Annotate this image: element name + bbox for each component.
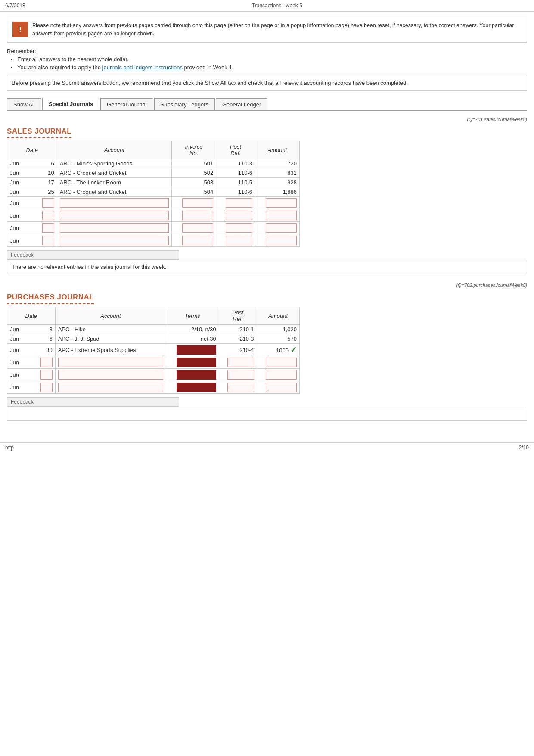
sales-day-input-5[interactable]: [42, 211, 54, 220]
sales-day-7: [36, 234, 57, 247]
sales-invoice-input-4[interactable]: [182, 198, 213, 208]
sales-invoice-5[interactable]: [172, 209, 216, 222]
purchases-post-3[interactable]: [219, 356, 257, 369]
purchases-account-3[interactable]: [55, 356, 166, 369]
sales-q-ref: (Q=701.salesJournalWeek5): [7, 117, 527, 122]
purchases-account-4[interactable]: [55, 369, 166, 381]
sales-row-2: Jun 17 ARC - The Locker Room 503 110-5 9…: [7, 178, 300, 187]
purchases-month-5: Jun: [7, 381, 35, 394]
sales-post-4[interactable]: [216, 197, 255, 209]
purchases-day-input-4[interactable]: [40, 370, 53, 380]
sales-invoice-4[interactable]: [172, 197, 216, 209]
sales-invoice-input-6[interactable]: [182, 223, 213, 233]
sales-post-6[interactable]: [216, 222, 255, 234]
sales-feedback-label: Feedback: [7, 250, 179, 260]
sales-invoice-input-5[interactable]: [182, 211, 213, 220]
sales-day-input-4[interactable]: [42, 198, 54, 208]
purchases-amount-0: 1,020: [257, 325, 299, 334]
purchases-post-input-5[interactable]: [227, 383, 254, 392]
tab-special-journals[interactable]: Special Journals: [42, 98, 99, 110]
purchases-day-input-5[interactable]: [40, 383, 53, 392]
tab-general-ledger[interactable]: General Ledger: [216, 98, 267, 110]
sales-account-6[interactable]: [57, 222, 172, 234]
sales-post-7[interactable]: [216, 234, 255, 247]
sales-amount-input-4[interactable]: [266, 198, 297, 208]
purchases-terms-input-2[interactable]: [177, 345, 216, 355]
purchases-account-5[interactable]: [55, 381, 166, 394]
purchases-month-3: Jun: [7, 356, 35, 369]
tab-show-all[interactable]: Show All: [7, 98, 41, 110]
sales-invoice-input-7[interactable]: [182, 236, 213, 245]
sales-amount-6[interactable]: [255, 222, 299, 234]
purchases-post-input-4[interactable]: [227, 370, 254, 380]
purchases-post-input-3[interactable]: [227, 358, 254, 367]
sales-account-input-4[interactable]: [60, 198, 169, 208]
purchases-day-5: [35, 381, 55, 394]
purchases-col-account: Account: [55, 307, 166, 325]
purchases-journal-table: Date Account Terms PostRef. Amount Jun 3…: [7, 307, 300, 394]
purchases-terms-5[interactable]: [166, 381, 219, 394]
sales-post-input-5[interactable]: [226, 211, 252, 220]
sales-amount-input-6[interactable]: [266, 223, 297, 233]
purchases-post-5[interactable]: [219, 381, 257, 394]
tab-general-journal[interactable]: General Journal: [100, 98, 153, 110]
purchases-row-5: Jun: [7, 381, 300, 394]
purchases-terms-input-4[interactable]: [177, 370, 216, 380]
sales-post-input-4[interactable]: [226, 198, 252, 208]
sales-day-input-6[interactable]: [42, 223, 54, 233]
purchases-month-2: Jun: [7, 344, 35, 356]
sales-invoice-6[interactable]: [172, 222, 216, 234]
sales-month-3: Jun: [7, 187, 36, 197]
purchases-account-input-3[interactable]: [58, 358, 163, 367]
sales-amount-4[interactable]: [255, 197, 299, 209]
purchases-amount-5[interactable]: [257, 381, 299, 394]
purchases-terms-3[interactable]: [166, 356, 219, 369]
purchases-row-4: Jun: [7, 369, 300, 381]
purchases-amount-4[interactable]: [257, 369, 299, 381]
purchases-amount-input-3[interactable]: [266, 358, 297, 367]
purchases-journal-section: (Q=702.purchasesJournalWeek5) PURCHASES …: [7, 283, 527, 421]
sales-month-5: Jun: [7, 209, 36, 222]
sales-day-6: [36, 222, 57, 234]
sales-amount-input-5[interactable]: [266, 211, 297, 220]
sales-amount-2: 928: [255, 178, 299, 187]
sales-account-5[interactable]: [57, 209, 172, 222]
remember-item-2: You are also required to apply the journ…: [17, 64, 527, 71]
purchases-row-2: Jun 30 APC - Extreme Sports Supplies 210…: [7, 344, 300, 356]
purchases-amount-1: 570: [257, 334, 299, 344]
sales-account-input-7[interactable]: [60, 236, 169, 245]
sales-day-input-7[interactable]: [42, 236, 54, 245]
purchases-account-input-4[interactable]: [58, 370, 163, 380]
purchases-amount-input-5[interactable]: [266, 383, 297, 392]
checkmark-2: ✓: [290, 345, 297, 354]
sales-account-input-5[interactable]: [60, 211, 169, 220]
sales-amount-1: 832: [255, 168, 299, 178]
sales-invoice-7[interactable]: [172, 234, 216, 247]
tab-subsidiary-ledgers[interactable]: Subsidiary Ledgers: [154, 98, 215, 110]
footer-left: http: [5, 445, 14, 451]
journals-link[interactable]: journals and ledgers instructions: [102, 64, 183, 71]
sales-account-4[interactable]: [57, 197, 172, 209]
purchases-terms-2[interactable]: [166, 344, 219, 356]
purchases-amount-3[interactable]: [257, 356, 299, 369]
purchases-terms-input-5[interactable]: [177, 383, 216, 392]
purchases-day-2: 30: [35, 344, 55, 356]
sales-col-amount: Amount: [255, 141, 299, 159]
sales-amount-5[interactable]: [255, 209, 299, 222]
sales-amount-7[interactable]: [255, 234, 299, 247]
sales-amount-input-7[interactable]: [266, 236, 297, 245]
purchases-row-1: Jun 6 APC - J. J. Spud net 30 210-3 570: [7, 334, 300, 344]
sales-account-input-6[interactable]: [60, 223, 169, 233]
sales-account-7[interactable]: [57, 234, 172, 247]
purchases-terms-input-3[interactable]: [177, 358, 216, 367]
sales-post-5[interactable]: [216, 209, 255, 222]
purchases-account-input-5[interactable]: [58, 383, 163, 392]
sales-post-input-6[interactable]: [226, 223, 252, 233]
sales-post-input-7[interactable]: [226, 236, 252, 245]
purchases-terms-4[interactable]: [166, 369, 219, 381]
purchases-col-post: PostRef.: [219, 307, 257, 325]
sales-row-6: Jun: [7, 222, 300, 234]
purchases-day-input-3[interactable]: [40, 358, 53, 367]
purchases-amount-input-4[interactable]: [266, 370, 297, 380]
purchases-post-4[interactable]: [219, 369, 257, 381]
